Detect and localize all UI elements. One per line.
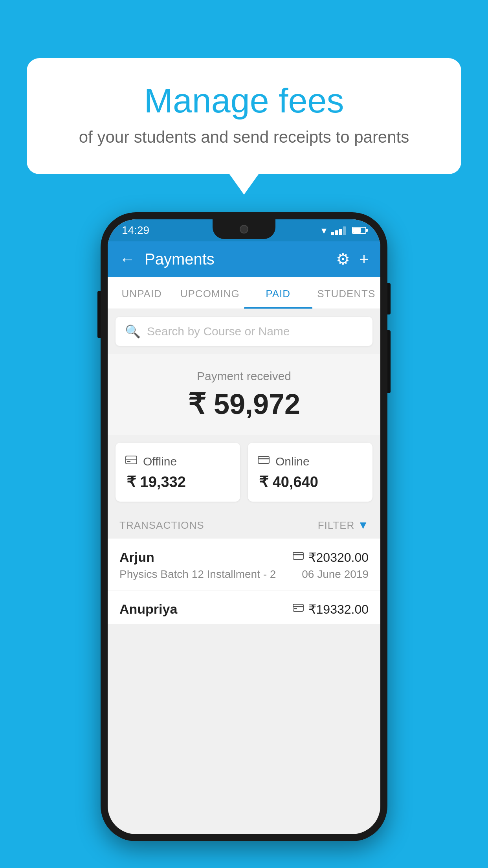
svg-rect-7 <box>293 604 303 611</box>
payment-cards-row: Offline ₹ 19,332 Online ₹ 4 <box>116 435 372 502</box>
filter-label: FILTER <box>318 519 355 531</box>
header-title: Payments <box>145 250 336 268</box>
app-header: ← Payments ⚙ + <box>108 241 380 277</box>
offline-icon <box>125 454 138 469</box>
payment-type-icon <box>293 550 304 564</box>
online-label: Online <box>275 455 310 468</box>
phone-screen: 14:29 ▾ ← Payments ⚙ + <box>108 219 380 834</box>
signal-bar-3 <box>339 229 342 235</box>
phone-power-button <box>387 283 391 314</box>
wifi-icon: ▾ <box>321 224 327 237</box>
signal-bar-4 <box>343 226 346 235</box>
transactions-label: TRANSACTIONS <box>119 519 204 531</box>
transaction-amount-wrap: ₹20320.00 <box>293 550 369 565</box>
transaction-name: Anupriya <box>119 601 177 617</box>
offline-card-header: Offline <box>125 454 231 469</box>
online-amount: ₹ 40,640 <box>257 473 363 491</box>
header-icons: ⚙ + <box>336 250 369 268</box>
tabs-bar: UNPAID UPCOMING PAID STUDENTS <box>108 277 380 309</box>
bubble-subtitle: of your students and send receipts to pa… <box>58 128 430 147</box>
transaction-amount-wrap: ₹19332.00 <box>293 602 369 617</box>
content-area: 🔍 Search by Course or Name Payment recei… <box>108 317 380 624</box>
bubble-title: Manage fees <box>58 82 430 120</box>
add-icon[interactable]: + <box>360 250 369 268</box>
battery-fill <box>353 228 361 233</box>
back-button[interactable]: ← <box>119 250 135 268</box>
svg-rect-5 <box>293 552 303 559</box>
transaction-row[interactable]: Arjun ₹20320.00 Physics Batch 12 Install… <box>108 539 380 590</box>
phone-notch <box>213 219 275 239</box>
filter-icon: ▼ <box>358 519 369 531</box>
payment-received-section: Payment received ₹ 59,972 <box>108 354 380 435</box>
settings-icon[interactable]: ⚙ <box>336 250 350 268</box>
svg-rect-9 <box>294 608 297 609</box>
filter-button[interactable]: FILTER ▼ <box>318 519 369 531</box>
transaction-row[interactable]: Anupriya ₹19332.00 <box>108 590 380 624</box>
tab-upcoming[interactable]: UPCOMING <box>176 277 244 309</box>
online-card-header: Online <box>257 454 363 469</box>
signal-bar-1 <box>331 232 334 235</box>
speech-bubble: Manage fees of your students and send re… <box>27 58 461 174</box>
offline-card: Offline ₹ 19,332 <box>116 443 240 502</box>
transaction-top: Anupriya ₹19332.00 <box>119 601 369 617</box>
transactions-header: TRANSACTIONS FILTER ▼ <box>108 509 380 539</box>
offline-amount: ₹ 19,332 <box>125 473 231 491</box>
transaction-amount: ₹20320.00 <box>308 550 369 565</box>
search-bar[interactable]: 🔍 Search by Course or Name <box>116 317 372 346</box>
transaction-amount: ₹19332.00 <box>308 602 369 617</box>
online-card: Online ₹ 40,640 <box>248 443 372 502</box>
phone-camera <box>240 225 248 234</box>
signal-bars <box>331 226 346 235</box>
payment-type-icon <box>293 602 304 616</box>
battery-icon <box>352 227 366 234</box>
transaction-name: Arjun <box>119 550 154 565</box>
tab-students[interactable]: STUDENTS <box>312 277 381 309</box>
transaction-top: Arjun ₹20320.00 <box>119 550 369 565</box>
svg-rect-0 <box>126 456 137 464</box>
signal-bar-2 <box>335 230 338 235</box>
transaction-course: Physics Batch 12 Installment - 2 <box>119 568 276 581</box>
phone-frame: 14:29 ▾ ← Payments ⚙ + <box>101 212 387 841</box>
svg-rect-3 <box>258 456 269 463</box>
tab-unpaid[interactable]: UNPAID <box>108 277 176 309</box>
svg-rect-2 <box>127 461 130 462</box>
search-input[interactable]: Search by Course or Name <box>147 325 290 338</box>
online-icon <box>257 454 270 469</box>
offline-label: Offline <box>143 455 177 468</box>
status-time: 14:29 <box>122 224 149 237</box>
payment-received-label: Payment received <box>108 370 380 383</box>
transaction-date: 06 June 2019 <box>302 568 369 581</box>
phone-volume-button <box>97 291 101 338</box>
phone-side-button <box>387 330 391 393</box>
payment-amount: ₹ 59,972 <box>108 388 380 421</box>
search-icon: 🔍 <box>125 324 141 339</box>
tab-paid[interactable]: PAID <box>244 277 312 309</box>
transaction-bottom: Physics Batch 12 Installment - 2 06 June… <box>119 568 369 581</box>
status-icons: ▾ <box>321 224 366 237</box>
